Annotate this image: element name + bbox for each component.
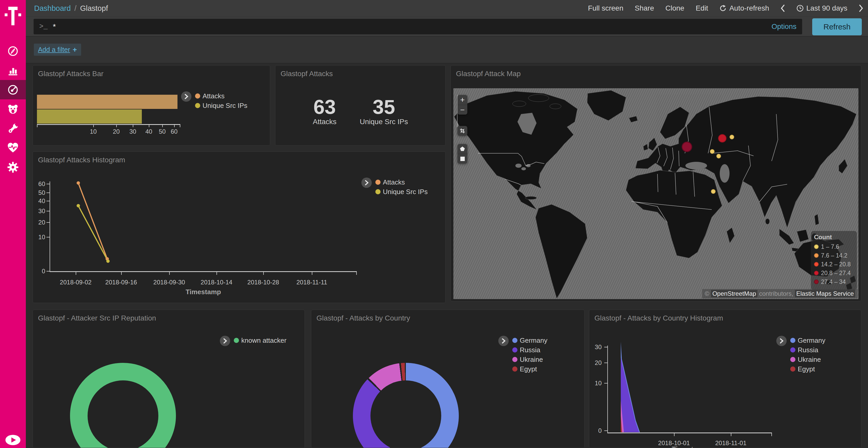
legend-expand-button[interactable] [362,177,372,188]
share-button[interactable]: Share [635,4,654,12]
legend-item-unique-src-ips[interactable]: Unique Src IPs [195,102,247,109]
pentagon-icon [460,146,465,152]
bar-chart-icon [7,65,19,76]
chevron-right-icon [184,94,189,100]
bar-unique-src-ips[interactable] [37,109,142,124]
full-screen-button[interactable]: Full screen [588,4,623,12]
edit-button[interactable]: Edit [696,4,708,12]
bear-icon [7,103,19,115]
legend-dot [375,180,380,185]
legend-item-unique-src-ips[interactable]: Unique Src IPs [375,188,428,195]
panel-attacks-histogram: Glastopf Attacks Histogram 60 50 40 30 2… [33,151,445,303]
legend-expand-button[interactable] [776,336,786,346]
legend-dot [234,338,239,343]
search-query-input[interactable]: >_ * Options [34,19,802,34]
panel-title: Glastopf Attack Map [451,66,861,82]
legend-item-germany[interactable]: Germany [512,337,548,344]
x-tick-label: 20 [113,128,120,135]
legend-item-russia[interactable]: Russia [512,346,548,353]
sidebar-item-discover[interactable] [0,41,26,61]
legend-dot [375,189,380,194]
chart-legend: known attacker [220,336,286,346]
map-point-small[interactable] [717,154,721,158]
map-point-germany[interactable] [682,142,692,152]
legend-item-ukraine[interactable]: Ukraine [790,356,826,363]
time-range-picker[interactable]: Last 90 days [797,4,847,12]
legend-item-known-attacker[interactable]: known attacker [234,337,286,344]
legend-dot [512,357,518,362]
zoom-in-button[interactable]: + [458,95,467,105]
legend-expand-button[interactable] [498,336,509,346]
zoom-out-button[interactable]: − [458,105,467,114]
query-options-link[interactable]: Options [772,23,797,31]
panel-attacks-bar: Glastopf Attacks Bar 10 20 30 40 50 60 A… [33,65,270,145]
time-forward-chevron-icon[interactable] [859,4,863,12]
map-point-small[interactable] [710,149,714,153]
sidebar-item-monitoring[interactable] [0,138,26,158]
chart-legend: Germany Russia Ukraine Egypt [776,336,826,373]
panel-title: Glastopf Attacks Bar [33,66,270,82]
legend-item-ukraine[interactable]: Ukraine [512,356,548,363]
sidebar-item-bear[interactable] [0,99,26,119]
country-histogram-canvas[interactable] [589,310,861,448]
panel-title: Glastopf - Attacks by Country [311,310,584,326]
clone-button[interactable]: Clone [665,4,684,12]
elastic-maps-service-link[interactable]: Elastic Maps Service [795,290,855,297]
country-donut[interactable] [353,363,459,448]
attacks-histogram-canvas[interactable] [33,152,445,303]
legend-dot [195,94,200,99]
add-filter-button[interactable]: Add a filter + [34,44,81,56]
metric-label: Attacks [313,118,337,126]
sidebar-item-dashboard[interactable] [0,80,26,99]
sidebar-collapse-button[interactable] [5,435,21,445]
draw-rectangle-button[interactable] [458,154,467,164]
legend-dot [814,262,819,267]
auto-refresh-button[interactable]: Auto-refresh [719,4,769,12]
legend-item-egypt[interactable]: Egypt [790,366,826,373]
sidebar-item-management[interactable] [0,158,26,177]
panel-title: Glastopf Attacks [275,66,445,82]
map-point-egypt[interactable] [711,189,715,194]
chart-legend: Attacks Unique Src IPs [362,177,428,195]
legend-item-germany[interactable]: Germany [790,337,826,344]
sidebar-item-visualize[interactable] [0,61,26,80]
chevron-right-icon [501,338,506,344]
legend-item-russia[interactable]: Russia [790,346,826,353]
x-axis [37,124,180,125]
bar-attacks[interactable] [37,95,178,109]
reputation-donut[interactable] [70,363,176,448]
legend-item-attacks[interactable]: Attacks [375,179,428,186]
breadcrumb-dashboard-link[interactable]: Dashboard [34,4,71,13]
legend-expand-button[interactable] [181,91,191,102]
breadcrumb-current-page: Glastopf [80,4,108,13]
query-text[interactable]: * [53,22,766,31]
compass-icon [7,45,19,57]
crop-icon[interactable] [458,126,467,136]
x-tick-label: 10 [90,128,97,135]
map-zoom-controls: + − [458,95,467,114]
sidebar-item-devtools[interactable] [0,119,26,138]
x-tick-label: 50 [159,128,166,135]
legend-bucket: 7.6 – 14.2 [814,251,854,260]
world-map-canvas [454,88,859,299]
panel-attacks-by-country-histogram: Glastopf - Attacks by Country Histogram … [589,310,861,448]
legend-item-egypt[interactable]: Egypt [512,366,548,373]
legend-item-attacks[interactable]: Attacks [195,92,247,100]
time-back-chevron-icon[interactable] [780,4,785,12]
legend-dot [814,244,819,249]
map-point-small[interactable] [730,135,734,139]
world-map[interactable]: + − [454,88,859,299]
top-navigation-bar: Dashboard / Glastopf Full screen Share C… [26,0,868,16]
map-count-legend: Count 1 – 7.6 7.6 – 14.2 14.2 – 20.8 20.… [811,231,857,290]
legend-bucket: 14.2 – 20.8 [814,260,854,269]
legend-dot [814,271,819,275]
refresh-button[interactable]: Refresh [812,18,862,35]
openstreetmap-link[interactable]: OpenStreetMap [711,290,757,297]
map-point-russia[interactable] [718,134,726,142]
legend-bucket: 27.4 – 34 [814,277,854,286]
dashboard-gauge-icon [7,84,19,96]
legend-expand-button[interactable] [220,336,230,346]
chevron-right-icon [222,338,227,344]
telekom-t-logo[interactable] [5,7,21,25]
draw-polygon-button[interactable] [458,144,467,154]
